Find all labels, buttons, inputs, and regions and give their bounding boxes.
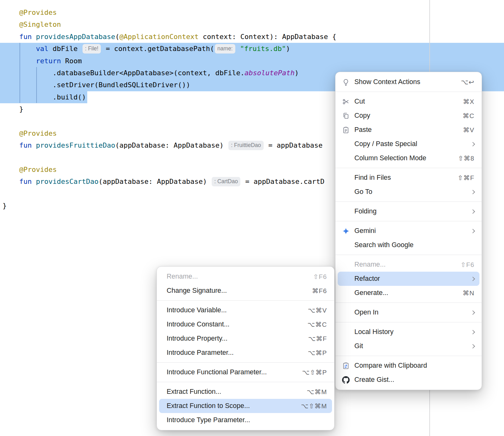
menu-item-label: Create Gist...: [354, 376, 474, 384]
menu-item-folding[interactable]: Folding: [338, 204, 479, 218]
menu-item-label: Paste: [354, 126, 455, 134]
menu-item-open-in[interactable]: Open In: [338, 305, 479, 320]
menu-item-label: Compare with Clipboard: [354, 362, 474, 370]
menu-item-introduce-constant[interactable]: Introduce Constant...⌥⌘C: [159, 317, 332, 331]
menu-item-label: Refactor: [354, 275, 464, 283]
code-line[interactable]: fun providesAppDatabase(@ApplicationCont…: [0, 31, 504, 43]
icon-spacer: [342, 342, 350, 350]
code-token: }: [3, 105, 23, 113]
code-token: fun: [19, 141, 36, 149]
menu-item-label: Copy: [354, 112, 455, 120]
chevron-right-icon: [471, 229, 475, 233]
menu-item-introduce-property[interactable]: Introduce Property...⌥⌘F: [159, 331, 332, 346]
menu-item-git[interactable]: Git: [338, 339, 479, 353]
code-line[interactable]: @Singleton: [0, 19, 504, 31]
menu-item-extract-function[interactable]: Extract Function...⌥⌘M: [159, 385, 332, 399]
menu-item-introduce-parameter[interactable]: Introduce Parameter...⌥⌘P: [159, 346, 332, 360]
menu-item-label: Extract Function...: [167, 388, 299, 396]
code-token: ): [286, 45, 290, 53]
code-token: .build(): [3, 93, 86, 101]
menu-item-generate[interactable]: Generate...⌘N: [338, 286, 479, 300]
menu-item-label: Introduce Type Parameter...: [167, 416, 327, 424]
menu-item-label: Introduce Property...: [167, 335, 301, 343]
compare-icon: [342, 362, 350, 370]
menu-item-label: Search with Google: [354, 241, 474, 249]
menu-item-copy-paste-special[interactable]: Copy / Paste Special: [338, 137, 479, 151]
menu-item-label: Column Selection Mode: [354, 154, 450, 162]
code-token: [3, 166, 19, 173]
menu-item-column-selection-mode[interactable]: Column Selection Mode⇧⌘8: [338, 151, 479, 165]
menu-item-shortcut: ⌥⌘C: [307, 321, 327, 328]
menu-item-label: Show Context Actions: [354, 78, 453, 86]
inlay-hint: : FruittieDao: [228, 141, 263, 150]
menu-item-label: Change Signature...: [167, 287, 305, 295]
menu-item-shortcut: ⇧⌘F: [458, 174, 474, 182]
menu-item-label: Introduce Constant...: [167, 320, 300, 328]
menu-item-shortcut: ⌥⌘M: [307, 388, 327, 396]
menu-item-rename[interactable]: Rename...⇧F6: [159, 269, 332, 284]
menu-separator: [157, 382, 334, 382]
code-token: [3, 57, 36, 65]
menu-item-shortcut: ⌥⌘V: [308, 307, 327, 314]
menu-item-label: Local History: [354, 328, 464, 336]
menu-separator: [335, 92, 482, 92]
code-token: providesAppDatabase: [36, 33, 115, 41]
code-token: [3, 141, 19, 149]
copy-icon: [342, 112, 350, 120]
menu-separator: [335, 303, 482, 303]
refactor-submenu: Rename...⇧F6Change Signature...⌘F6Introd…: [157, 266, 335, 430]
menu-item-shortcut: ⌥⌘F: [308, 335, 327, 343]
inlay-hint: : File!: [83, 44, 101, 54]
menu-item-find-in-files[interactable]: Find in Files⇧⌘F: [338, 171, 479, 185]
menu-item-create-gist[interactable]: Create Gist...: [338, 373, 479, 387]
code-token: = appDatabase.cartD: [241, 178, 324, 185]
icon-spacer: [342, 289, 350, 297]
code-token: fun: [19, 178, 36, 185]
menu-item-label: Copy / Paste Special: [354, 140, 464, 148]
menu-item-label: Open In: [354, 309, 464, 316]
menu-item-compare-with-clipboard[interactable]: Compare with Clipboard: [338, 359, 479, 373]
menu-item-introduce-type-parameter[interactable]: Introduce Type Parameter...: [159, 413, 332, 427]
menu-item-cut[interactable]: Cut⌘X: [338, 94, 479, 109]
menu-item-shortcut: ⌥↩: [461, 78, 474, 86]
menu-item-label: Find in Files: [354, 174, 450, 182]
code-token: [3, 45, 36, 53]
indent-guide: [36, 67, 37, 103]
code-token: [3, 129, 19, 137]
code-token: fun: [19, 33, 36, 41]
code-line[interactable]: return Room: [0, 55, 504, 67]
icon-spacer: [342, 207, 350, 216]
menu-item-copy[interactable]: Copy⌘C: [338, 109, 479, 123]
menu-item-shortcut: ⌥⇧⌘P: [302, 369, 327, 376]
code-token: dbFile: [53, 45, 82, 53]
icon-spacer: [342, 188, 350, 196]
menu-item-local-history[interactable]: Local History: [338, 325, 479, 339]
code-token: [3, 8, 19, 16]
menu-item-go-to[interactable]: Go To: [338, 185, 479, 199]
menu-item-introduce-functional-parameter[interactable]: Introduce Functional Parameter...⌥⇧⌘P: [159, 365, 332, 379]
menu-separator: [335, 356, 482, 356]
menu-separator: [335, 221, 482, 221]
menu-item-shortcut: ⌘N: [463, 289, 474, 297]
menu-item-search-with-google[interactable]: Search with Google: [338, 238, 479, 252]
code-line[interactable]: @Provides: [0, 7, 504, 19]
code-token: (appDatabase: AppDatabase): [115, 141, 228, 149]
menu-item-introduce-variable[interactable]: Introduce Variable...⌥⌘V: [159, 303, 332, 317]
menu-item-paste[interactable]: Paste⌘V: [338, 123, 479, 137]
menu-item-shortcut: ⌥⌘P: [308, 349, 327, 357]
code-token: "fruits.db": [240, 45, 286, 53]
menu-item-label: Introduce Parameter...: [167, 349, 300, 357]
menu-item-rename[interactable]: Rename...⇧F6: [338, 258, 479, 272]
menu-item-extract-function-to-scope[interactable]: Extract Function to Scope...⌥⇧⌘M: [159, 399, 332, 413]
icon-spacer: [342, 328, 350, 336]
icon-spacer: [342, 241, 350, 249]
menu-item-shortcut: ⌘F6: [312, 287, 327, 295]
menu-item-refactor[interactable]: Refactor: [338, 272, 479, 286]
code-token: }: [3, 202, 7, 210]
menu-item-gemini[interactable]: Gemini: [338, 224, 479, 238]
menu-item-change-signature[interactable]: Change Signature...⌘F6: [159, 284, 332, 298]
code-line[interactable]: val dbFile : File! = context.getDatabase…: [0, 43, 504, 55]
menu-item-show-context-actions[interactable]: Show Context Actions⌥↩: [338, 75, 479, 89]
menu-separator: [335, 201, 482, 202]
menu-item-label: Generate...: [354, 289, 455, 297]
